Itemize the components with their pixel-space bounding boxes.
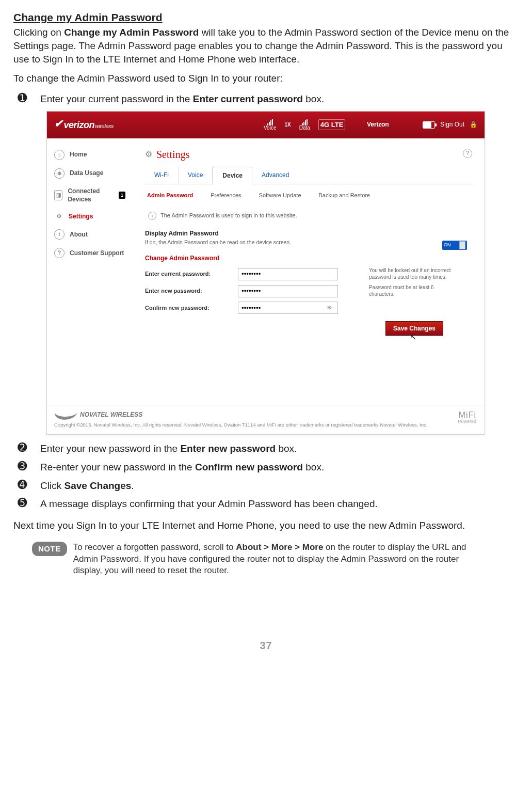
subtab-admin-password[interactable]: Admin Password: [147, 192, 193, 199]
intro-text-bold: Change my Admin Password: [64, 27, 199, 38]
status-icons: Voice 1X Data 4G LTE: [264, 112, 345, 138]
step-5-text-a: A message displays confirming that your …: [40, 498, 378, 509]
step-5: ➎ A message displays confirming that you…: [13, 497, 519, 511]
globe-icon: ⊕: [54, 168, 65, 179]
subtab-preferences[interactable]: Preferences: [211, 192, 241, 199]
page-number: 37: [13, 639, 519, 653]
sidebar-label: Settings: [69, 212, 93, 220]
step-2-text-a: Enter your new password in the: [40, 443, 180, 454]
toggle-label: ON: [444, 242, 451, 248]
tab-device[interactable]: Device: [213, 167, 252, 184]
step-1-number: ➊: [13, 92, 31, 104]
data-label: Data: [299, 125, 310, 131]
display-password-title: Display Admin Password: [145, 229, 474, 238]
sidebar-item-data-usage[interactable]: ⊕Data Usage: [47, 164, 136, 183]
intro-text-a: Clicking on: [13, 27, 64, 38]
row-current-password: Enter current password: You will be lock…: [145, 267, 474, 280]
step-1: ➊ Enter your current password in the Ent…: [13, 92, 519, 106]
new-password-hint: Password must be at least 6 characters.: [369, 285, 457, 297]
sign-out-link[interactable]: Sign Out: [440, 120, 464, 129]
step-4-text-b: Save Changes: [64, 480, 131, 491]
mifi-sub: Powered: [458, 419, 476, 424]
footer-company: NOVATEL WIRELESS: [80, 411, 142, 419]
info-icon: i: [54, 229, 65, 240]
sidebar-item-connected-devices[interactable]: ◨Connected Devices1: [47, 183, 136, 208]
sidebar-item-home[interactable]: ⌂Home: [47, 146, 136, 164]
main-panel: ? ⚙Settings Wi-Fi Voice Device Advanced …: [136, 138, 485, 376]
lock-icon: 🔒: [470, 120, 477, 129]
note-text-b: About > More > More: [236, 542, 323, 552]
signal-bars-icon: [267, 119, 273, 125]
tab-wifi[interactable]: Wi-Fi: [145, 167, 179, 184]
sidebar-label: Connected Devices: [68, 187, 114, 203]
page-title-text: Settings: [156, 148, 189, 162]
sidebar: ⌂Home ⊕Data Usage ◨Connected Devices1 ⚙S…: [47, 138, 136, 376]
step-3: ➌ Re-enter your new password in the Conf…: [13, 461, 519, 474]
mifi-logo: MiFi Powered: [458, 411, 476, 424]
footer-copyright: Copyright ©2015. Novatel Wireless, Inc. …: [54, 422, 427, 429]
brand-sub: wireless: [95, 123, 114, 129]
step-4-text-a: Click: [40, 480, 64, 491]
cursor-icon: ↖: [410, 332, 416, 343]
step-2-text-c: box.: [276, 443, 297, 454]
note-block: NOTE To recover a forgotten password, sc…: [13, 542, 519, 577]
change-password-heading: Change Admin Password: [145, 254, 474, 262]
help-icon: ?: [54, 248, 65, 258]
data-signal: Data: [299, 119, 310, 131]
sidebar-item-about[interactable]: iAbout: [47, 225, 136, 244]
home-icon: ⌂: [54, 150, 65, 160]
signal-bars-icon: [302, 119, 308, 125]
info-text: The Admin Password is used to sign in to…: [160, 212, 297, 219]
new-password-input[interactable]: [238, 285, 338, 297]
intro-paragraph: Clicking on Change my Admin Password wil…: [13, 26, 519, 66]
step-3-text-c: box.: [303, 462, 324, 472]
page-help-icon[interactable]: ?: [463, 149, 472, 158]
mifi-brand: MiFi: [458, 411, 476, 419]
tab-advanced[interactable]: Advanced: [252, 167, 298, 184]
confirm-password-input[interactable]: [238, 302, 338, 314]
current-password-input[interactable]: [238, 268, 338, 280]
step-4-text-c: .: [131, 480, 134, 491]
info-icon: i: [148, 212, 156, 220]
sidebar-label: About: [70, 230, 88, 239]
new-password-label: Enter new password:: [145, 287, 238, 295]
gear-icon: ⚙: [54, 212, 63, 221]
embedded-screenshot: ✔verizonwireless Voice 1X Data 4G LTE Ve…: [46, 111, 485, 435]
step-3-number: ➌: [13, 461, 31, 472]
novatel-logo: NOVATEL WIRELESS: [54, 411, 427, 420]
step-5-number: ➎: [13, 497, 31, 509]
step-4-number: ➍: [13, 479, 31, 491]
display-password-sub: If on, the Admin Password can be read on…: [145, 239, 474, 246]
section-heading: Change my Admin Password: [13, 10, 519, 25]
subtab-bar: Admin Password Preferences Software Upda…: [145, 184, 474, 204]
step-1-text-c: box.: [303, 93, 324, 104]
step-4: ➍ Click Save Changes.: [13, 479, 519, 493]
toggle-knob-icon: [459, 241, 465, 249]
sidebar-label: Customer Support: [70, 249, 124, 257]
note-text-a: To recover a forgotten password, scroll …: [73, 542, 236, 552]
info-line: i The Admin Password is used to sign in …: [148, 212, 474, 220]
subtab-software-update[interactable]: Software Update: [259, 192, 301, 199]
confirm-password-label: Confirm new password:: [145, 304, 238, 312]
step-3-text-a: Re-enter your new password in the: [40, 462, 195, 472]
step-3-text-b: Confirm new password: [195, 462, 303, 472]
app-footer: NOVATEL WIRELESS Copyright ©2015. Novate…: [47, 405, 485, 435]
lead-sentence: To change the Admin Password used to Sig…: [13, 72, 519, 85]
sidebar-item-settings[interactable]: ⚙Settings: [47, 208, 136, 225]
voice-label: Voice: [264, 125, 276, 131]
current-password-label: Enter current password:: [145, 270, 238, 278]
note-badge: NOTE: [32, 542, 67, 556]
sidebar-item-support[interactable]: ?Customer Support: [47, 244, 136, 262]
carrier-name: Verizon: [367, 120, 389, 129]
subtab-backup-restore[interactable]: Backup and Restore: [319, 192, 370, 199]
connected-count-badge: 1: [119, 192, 125, 199]
tab-voice[interactable]: Voice: [179, 167, 213, 184]
row-new-password: Enter new password: Password must be at …: [145, 285, 474, 297]
sidebar-label: Home: [70, 150, 87, 159]
lte-badge: 4G LTE: [318, 119, 346, 131]
app-topbar: ✔verizonwireless Voice 1X Data 4G LTE Ve…: [47, 112, 485, 138]
step-1-text-b: Enter current password: [193, 93, 303, 104]
display-password-toggle[interactable]: ON: [442, 241, 467, 250]
swoosh-icon: [53, 411, 78, 420]
step-1-text-a: Enter your current password in the: [40, 93, 193, 104]
